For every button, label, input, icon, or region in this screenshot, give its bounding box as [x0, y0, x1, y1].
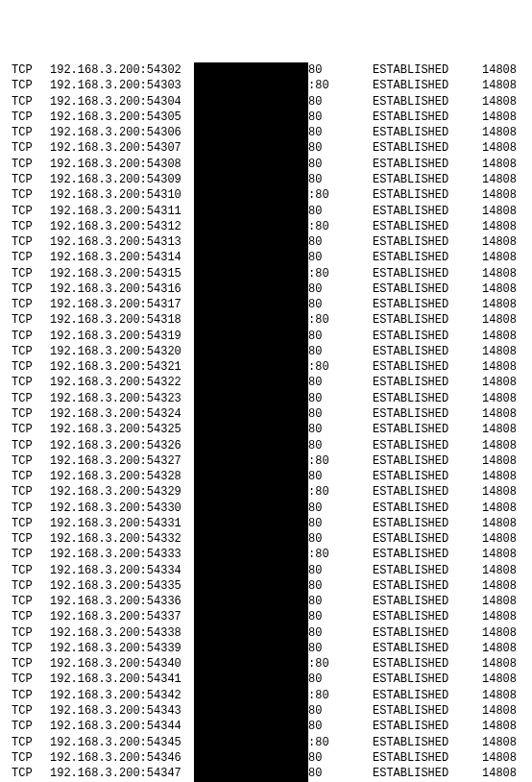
pid-cell: 14808 [482, 594, 532, 609]
redacted-foreign-host [194, 204, 308, 219]
connection-row: TCP192.168.3.200:5434380ESTABLISHED14808 [0, 703, 532, 719]
redacted-foreign-host [194, 453, 308, 469]
connection-row: TCP192.168.3.200:5433080ESTABLISHED14808 [0, 501, 532, 516]
connection-row: TCP192.168.3.200:54333:80ESTABLISHED1480… [0, 547, 532, 562]
protocol-cell: TCP [0, 250, 50, 265]
protocol-cell: TCP [0, 391, 50, 406]
pid-cell: 14808 [482, 484, 532, 500]
redacted-foreign-host [194, 766, 308, 781]
state-cell: ESTABLISHED [373, 453, 482, 469]
local-address-cell: 192.168.3.200:54320 [50, 344, 194, 359]
pid-cell: 14808 [482, 531, 532, 547]
pid-cell: 14808 [482, 578, 532, 594]
redacted-foreign-host [194, 594, 308, 609]
connection-row: TCP192.168.3.200:54342:80ESTABLISHED1480… [0, 688, 532, 703]
redacted-foreign-host [194, 312, 308, 328]
redacted-foreign-host [194, 578, 308, 594]
foreign-port-cell: 80 [308, 140, 373, 156]
redacted-foreign-host [194, 688, 308, 703]
pid-cell: 14808 [482, 766, 532, 781]
state-cell: ESTABLISHED [373, 469, 482, 484]
protocol-cell: TCP [0, 703, 50, 719]
foreign-port-cell: 80 [308, 204, 373, 219]
protocol-cell: TCP [0, 110, 50, 125]
local-address-cell: 192.168.3.200:54333 [50, 547, 194, 562]
pid-cell: 14808 [482, 703, 532, 719]
connection-row: TCP192.168.3.200:54329:80ESTABLISHED1480… [0, 484, 532, 500]
pid-cell: 14808 [482, 219, 532, 234]
local-address-cell: 192.168.3.200:54347 [50, 766, 194, 781]
foreign-port-cell: 80 [308, 250, 373, 265]
protocol-cell: TCP [0, 672, 50, 687]
redacted-foreign-host [194, 219, 308, 234]
protocol-cell: TCP [0, 375, 50, 390]
state-cell: ESTABLISHED [373, 578, 482, 594]
connection-row: TCP192.168.3.200:5431680ESTABLISHED14808 [0, 281, 532, 297]
foreign-port-cell: 80 [308, 422, 373, 437]
connection-row: TCP192.168.3.200:5430280ESTABLISHED14808 [0, 62, 532, 78]
foreign-port-cell: 80 [308, 125, 373, 140]
foreign-port-cell: 80 [308, 516, 373, 531]
redacted-foreign-host [194, 250, 308, 265]
state-cell: ESTABLISHED [373, 688, 482, 703]
redacted-foreign-host [194, 344, 308, 359]
redacted-foreign-host [194, 391, 308, 406]
local-address-cell: 192.168.3.200:54323 [50, 391, 194, 406]
protocol-cell: TCP [0, 641, 50, 656]
state-cell: ESTABLISHED [373, 609, 482, 624]
connection-row: TCP192.168.3.200:5434180ESTABLISHED14808 [0, 672, 532, 687]
pid-cell: 14808 [482, 672, 532, 687]
foreign-port-cell: 80 [308, 594, 373, 609]
connection-row: TCP192.168.3.200:5433480ESTABLISHED14808 [0, 563, 532, 578]
redacted-foreign-host [194, 78, 308, 93]
pid-cell: 14808 [482, 453, 532, 469]
state-cell: ESTABLISHED [373, 281, 482, 297]
foreign-port-cell: 80 [308, 750, 373, 766]
foreign-port-cell: 80 [308, 344, 373, 359]
state-cell: ESTABLISHED [373, 703, 482, 719]
foreign-port-cell: 80 [308, 501, 373, 516]
redacted-foreign-host [194, 703, 308, 719]
protocol-cell: TCP [0, 453, 50, 469]
redacted-foreign-host [194, 531, 308, 547]
state-cell: ESTABLISHED [373, 62, 482, 78]
protocol-cell: TCP [0, 531, 50, 547]
protocol-cell: TCP [0, 656, 50, 672]
protocol-cell: TCP [0, 344, 50, 359]
foreign-port-cell: 80 [308, 578, 373, 594]
local-address-cell: 192.168.3.200:54319 [50, 329, 194, 344]
connection-row: TCP192.168.3.200:5433780ESTABLISHED14808 [0, 609, 532, 624]
foreign-port-cell: 80 [308, 719, 373, 734]
foreign-port-cell: 80 [308, 110, 373, 125]
pid-cell: 14808 [482, 609, 532, 624]
protocol-cell: TCP [0, 157, 50, 172]
foreign-port-cell: :80 [308, 187, 373, 203]
connection-row: TCP192.168.3.200:54310:80ESTABLISHED1480… [0, 187, 532, 203]
state-cell: ESTABLISHED [373, 344, 482, 359]
state-cell: ESTABLISHED [373, 125, 482, 140]
state-cell: ESTABLISHED [373, 250, 482, 265]
pid-cell: 14808 [482, 125, 532, 140]
pid-cell: 14808 [482, 110, 532, 125]
protocol-cell: TCP [0, 750, 50, 766]
connection-row: TCP192.168.3.200:54312:80ESTABLISHED1480… [0, 219, 532, 234]
netstat-output: TCP192.168.3.200:5430280ESTABLISHED14808… [0, 62, 532, 782]
state-cell: ESTABLISHED [373, 391, 482, 406]
pid-cell: 14808 [482, 187, 532, 203]
connection-row: TCP192.168.3.200:5432680ESTABLISHED14808 [0, 438, 532, 453]
local-address-cell: 192.168.3.200:54306 [50, 125, 194, 140]
connection-row: TCP192.168.3.200:5433280ESTABLISHED14808 [0, 531, 532, 547]
local-address-cell: 192.168.3.200:54308 [50, 157, 194, 172]
connection-row: TCP192.168.3.200:5431980ESTABLISHED14808 [0, 329, 532, 344]
redacted-foreign-host [194, 516, 308, 531]
redacted-foreign-host [194, 422, 308, 437]
pid-cell: 14808 [482, 94, 532, 110]
connection-row: TCP192.168.3.200:5433680ESTABLISHED14808 [0, 594, 532, 609]
foreign-port-cell: 80 [308, 438, 373, 453]
local-address-cell: 192.168.3.200:54303 [50, 78, 194, 93]
redacted-foreign-host [194, 438, 308, 453]
connection-row: TCP192.168.3.200:5432480ESTABLISHED14808 [0, 406, 532, 422]
foreign-port-cell: :80 [308, 219, 373, 234]
local-address-cell: 192.168.3.200:54345 [50, 735, 194, 750]
foreign-port-cell: 80 [308, 609, 373, 624]
